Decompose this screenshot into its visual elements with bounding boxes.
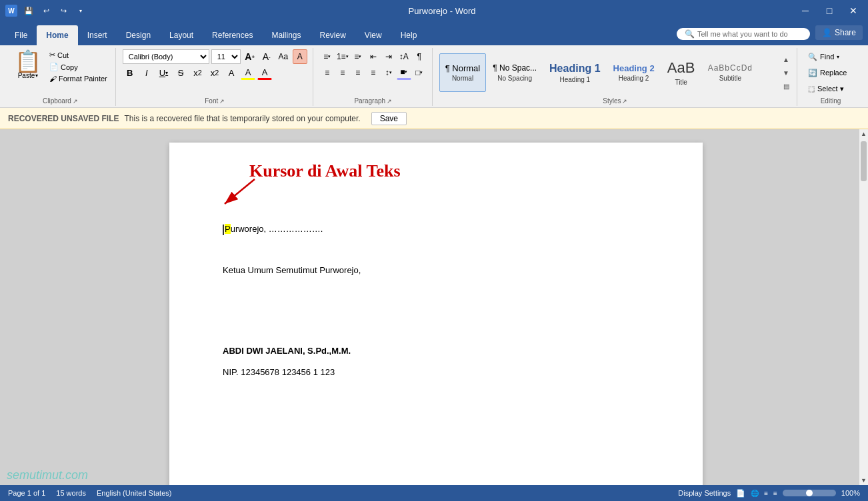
line-spacing-btn[interactable]: ↕▾ (381, 65, 396, 80)
document-page[interactable]: Kursor di Awal Teks Purworejo, ………………. (169, 143, 703, 485)
align-right-btn[interactable]: ≡ (351, 65, 365, 80)
decrease-indent-btn[interactable]: ⇤ (366, 49, 381, 64)
zoom-slider[interactable] (783, 490, 836, 496)
font-size-select[interactable]: 11 (211, 49, 241, 64)
numbering-button[interactable]: 1≡▾ (335, 49, 350, 64)
font-expand-icon[interactable]: ↗ (219, 98, 225, 105)
customize-qa-btn[interactable]: ▾ (73, 3, 88, 18)
styles-scroll-up[interactable]: ▲ (781, 53, 791, 66)
close-btn[interactable]: ✕ (844, 1, 863, 20)
scroll-track[interactable] (859, 139, 868, 476)
bullets-button[interactable]: ≡▾ (320, 49, 335, 64)
font-name-select[interactable]: Calibri (Body) (123, 49, 209, 64)
change-case-btn[interactable]: Aa (276, 49, 291, 64)
find-button[interactable]: 🔍 Find ▾ (804, 49, 857, 64)
styles-scroll-down[interactable]: ▼ (781, 66, 791, 79)
subscript-button[interactable]: x2 (190, 65, 205, 80)
tab-layout[interactable]: Layout (160, 25, 203, 45)
styles-expand[interactable]: ▤ (781, 79, 791, 93)
clear-format-btn[interactable]: A (293, 49, 307, 64)
view-mode-outline[interactable]: ≡ (764, 490, 768, 497)
search-icon: 🔍 (685, 29, 695, 39)
decrease-font-btn[interactable]: A- (259, 49, 274, 64)
undo-btn[interactable]: ↩ (39, 3, 53, 18)
tab-view[interactable]: View (355, 25, 391, 45)
search-input[interactable]: Tell me what you want to do (697, 30, 788, 38)
view-mode-draft[interactable]: ≡ (773, 490, 777, 497)
tab-mailings[interactable]: Mailings (262, 25, 310, 45)
tab-home[interactable]: Home (37, 25, 77, 45)
doc-spacer-2 (223, 304, 649, 316)
select-button[interactable]: ⬚ Select ▾ (804, 81, 857, 96)
sort-btn[interactable]: ↕A (397, 49, 411, 64)
tab-references[interactable]: References (203, 25, 262, 45)
redo-btn[interactable]: ↪ (56, 3, 71, 18)
show-formatting-btn[interactable]: ¶ (412, 49, 427, 64)
scroll-thumb[interactable] (861, 141, 867, 181)
scissors-icon: ✂ (49, 51, 55, 59)
maximize-btn[interactable]: □ (820, 1, 839, 20)
shading-btn[interactable]: ■▾ (397, 65, 411, 80)
style-heading1[interactable]: Heading 1 Heading 1 (543, 53, 606, 92)
bold-button[interactable]: B (123, 65, 137, 80)
styles-list: ¶ Normal Normal ¶ No Spac... No Spacing … (439, 53, 779, 92)
paste-button[interactable]: 📋 Paste ▾ (11, 49, 45, 81)
italic-button[interactable]: I (139, 65, 154, 80)
cut-button[interactable]: ✂ Cut (47, 49, 110, 61)
recovered-label: RECOVERED UNSAVED FILE (8, 114, 119, 123)
share-button[interactable]: 👤 Share (815, 25, 863, 40)
justify-btn[interactable]: ≡ (366, 65, 381, 80)
style-nospace-preview: ¶ No Spac... (493, 63, 537, 73)
minimize-btn[interactable]: ─ (796, 1, 815, 20)
scroll-down-btn[interactable]: ▼ (859, 476, 868, 485)
tab-file[interactable]: File (5, 25, 37, 45)
editing-content: 🔍 Find ▾ 🔄 Replace ⬚ Select ▾ (804, 49, 857, 96)
window-controls: ─ □ ✕ (796, 1, 863, 20)
scroll-up-btn[interactable]: ▲ (859, 129, 868, 139)
editing-controls: 🔍 Find ▾ 🔄 Replace ⬚ Select ▾ (804, 49, 857, 96)
save-quick-btn[interactable]: 💾 (21, 3, 36, 18)
tab-design[interactable]: Design (117, 25, 160, 45)
person-icon: 👤 (822, 28, 832, 37)
editing-group: 🔍 Find ▾ 🔄 Replace ⬚ Select ▾ Editing (799, 48, 863, 106)
save-recovery-button[interactable]: Save (371, 112, 407, 125)
borders-btn[interactable]: □▾ (412, 65, 427, 80)
tab-review[interactable]: Review (310, 25, 355, 45)
style-subtitle[interactable]: AaBbCcDd Subtitle (702, 53, 759, 92)
strikethrough-button[interactable]: S (173, 65, 188, 80)
superscript-button[interactable]: x2 (207, 65, 223, 80)
align-left-btn[interactable]: ≡ (320, 65, 335, 80)
increase-font-btn[interactable]: A+ (243, 49, 257, 64)
clipboard-group: 📋 Paste ▾ ✂ Cut 📄 Copy (5, 48, 116, 106)
view-mode-web[interactable]: 🌐 (751, 490, 759, 497)
para-controls: ≡▾ 1≡▾ ≡▾ ⇤ ⇥ ↕A ¶ ≡ ≡ ≡ ≡ ↕▾ ■▾ (320, 49, 427, 80)
replace-button[interactable]: 🔄 Replace (804, 65, 857, 80)
copy-button[interactable]: 📄 Copy (47, 61, 110, 73)
align-center-btn[interactable]: ≡ (335, 65, 350, 80)
style-nospace[interactable]: ¶ No Spac... No Spacing (487, 53, 543, 92)
format-painter-button[interactable]: 🖌 Format Painter (47, 73, 110, 84)
tab-insert[interactable]: Insert (78, 25, 117, 45)
vertical-scrollbar[interactable]: ▲ ▼ (859, 129, 868, 485)
doc-line-1: Purworejo, ………………. (223, 223, 649, 236)
tab-help[interactable]: Help (391, 25, 427, 45)
increase-indent-btn[interactable]: ⇥ (381, 49, 396, 64)
styles-expand-icon[interactable]: ↗ (622, 98, 627, 105)
text-effect-button[interactable]: A (224, 65, 239, 80)
style-title[interactable]: AaB Title (661, 53, 701, 92)
clipboard-expand-icon[interactable]: ↗ (73, 98, 78, 105)
font-color-button[interactable]: A (257, 65, 272, 80)
style-heading2[interactable]: Heading 2 Heading 2 (607, 53, 661, 92)
paragraph-label: Paragraph ↗ (320, 96, 427, 106)
display-settings[interactable]: Display Settings (678, 489, 731, 497)
highlight-button[interactable]: A (241, 65, 255, 80)
style-normal[interactable]: ¶ Normal Normal (439, 53, 487, 92)
clipboard-right: ✂ Cut 📄 Copy 🖌 Format Painter (47, 49, 110, 84)
underline-button[interactable]: U▾ (156, 65, 171, 80)
multilevel-button[interactable]: ≡▾ (351, 49, 365, 64)
view-mode-print[interactable]: 📄 (736, 489, 745, 498)
style-subtitle-preview: AaBbCcDd (708, 63, 753, 73)
style-h1-preview: Heading 1 (549, 62, 600, 75)
paragraph-expand-icon[interactable]: ↗ (387, 98, 392, 105)
language-indicator: English (United States) (97, 489, 172, 497)
